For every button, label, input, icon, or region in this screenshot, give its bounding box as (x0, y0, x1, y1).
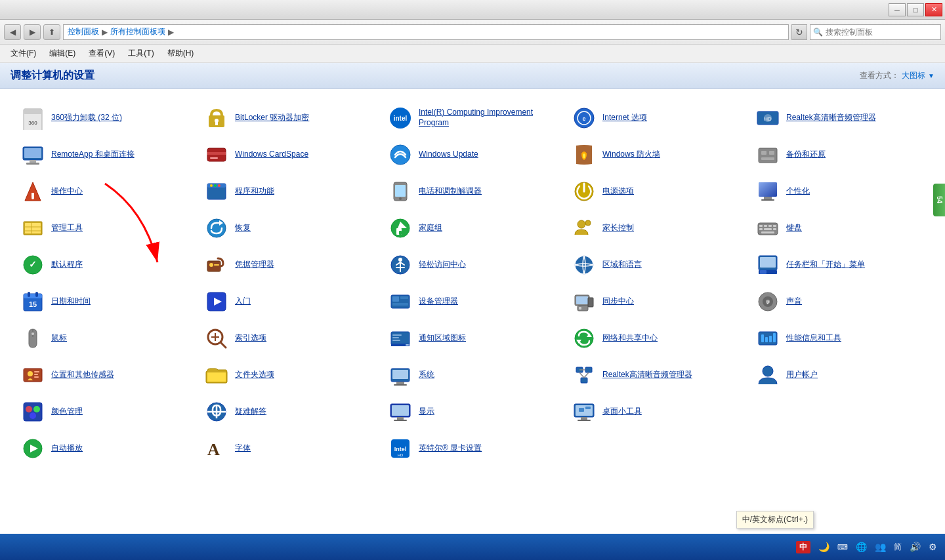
icon-360[interactable]: 360 360强力卸载 (32 位) (13, 100, 197, 136)
menu-tools[interactable]: 工具(T) (123, 46, 159, 61)
taskbar-network[interactable]: 🌐 (853, 540, 870, 553)
taskbar-volume[interactable]: 🔊 (907, 540, 923, 553)
icon-remoteapp[interactable]: RemoteApp 和桌面连接 (13, 136, 197, 173)
menu-help[interactable]: 帮助(H) (162, 46, 200, 61)
menu-file[interactable]: 文件(F) (5, 46, 41, 61)
svg-text:15: 15 (29, 300, 37, 308)
icon-default[interactable]: ✓ 默认程序 (13, 247, 197, 283)
icon-color-img (20, 399, 46, 425)
svg-point-54 (578, 220, 585, 228)
icon-devicemgr[interactable]: 设备管理器 (381, 283, 564, 320)
nav-bar: ◀ ▶ ⬆ 控制面板 ▶ 所有控制面板项 ▶ ↻ 🔍 (0, 20, 945, 45)
taskbar-moon[interactable]: 🌙 (816, 540, 832, 553)
icon-phone[interactable]: 电话和调制解调器 (381, 173, 564, 210)
icon-network[interactable]: Realtek高清晰音频管理器 (564, 357, 748, 393)
svg-rect-88 (400, 296, 408, 299)
icon-homegroup[interactable]: 家庭组 (381, 210, 564, 247)
icon-sync[interactable]: 网络和共享中心 (564, 320, 748, 357)
icon-parental-label: 家长控制 (602, 223, 634, 233)
forward-button[interactable]: ▶ (24, 24, 41, 40)
svg-rect-20 (210, 157, 218, 159)
icon-cardspace[interactable]: Windows CardSpace (197, 136, 381, 173)
icon-backup[interactable]: 备份和还原 (748, 136, 932, 173)
icon-font[interactable]: A 字体 (197, 430, 381, 467)
back-icon: ◀ (10, 28, 16, 37)
icon-user[interactable]: 用户帐户 (748, 357, 932, 393)
icon-parental[interactable]: 家长控制 (564, 210, 748, 247)
icon-desktop[interactable]: 桌面小工具 (564, 393, 748, 430)
icon-region[interactable]: 区域和语言 (564, 247, 748, 283)
icon-display2[interactable]: 显示 (381, 393, 564, 430)
maximize-button[interactable]: □ (907, 3, 924, 16)
icon-mouse[interactable]: 鼠标 (13, 320, 197, 357)
icon-user-label: 用户帐户 (786, 370, 818, 380)
icon-bitlocker[interactable]: BitLocker 驱动器加密 (197, 100, 381, 136)
svg-text:✓: ✓ (29, 259, 37, 270)
icon-devices[interactable]: 同步中心 (564, 283, 748, 320)
search-bar[interactable]: 🔍 (810, 24, 941, 40)
menu-view[interactable]: 查看(V) (83, 46, 120, 61)
taskbar: 中 🌙 ⌨ 🌐 👥 简 🔊 ⚙ (0, 534, 945, 560)
icon-keyboard[interactable]: 键盘 (748, 210, 932, 247)
svg-rect-15 (30, 160, 36, 163)
icon-firewall-img (571, 142, 597, 168)
icon-notify[interactable]: 通知区域图标 (381, 320, 564, 357)
icon-performance[interactable]: 性能信息和工具 (748, 320, 932, 357)
icon-troubleshoot[interactable]: 疑难解答 (197, 393, 381, 430)
menu-edit[interactable]: 编辑(E) (44, 46, 81, 61)
icon-personal[interactable]: 个性化 (748, 173, 932, 210)
icon-action[interactable]: 操作中心 (13, 173, 197, 210)
icon-color[interactable]: 颜色管理 (13, 393, 197, 430)
icon-troubleshoot-label: 疑难解答 (235, 407, 266, 417)
taskbar-simple[interactable]: 简 (891, 540, 904, 554)
svg-rect-26 (761, 157, 774, 160)
icon-power[interactable]: 电源选项 (564, 173, 748, 210)
view-selector: 查看方式： 大图标 ▼ (860, 70, 934, 81)
svg-rect-144 (397, 417, 404, 420)
taskbar-settings[interactable]: ⚙ (926, 540, 940, 553)
icon-internet[interactable]: e Internet 选项 (564, 100, 748, 136)
svg-rect-23 (759, 148, 777, 163)
view-dropdown-icon[interactable]: ▼ (928, 72, 934, 79)
icon-intel-label: Intel(R) Computing Improvement Program (419, 108, 558, 128)
up-button[interactable]: ⬆ (43, 24, 60, 40)
icon-indexing[interactable]: 索引选项 (197, 320, 381, 357)
icon-restore[interactable]: 恢复 (197, 210, 381, 247)
icon-firewall[interactable]: Windows 防火墙 (564, 136, 748, 173)
address-bar[interactable]: 控制面板 ▶ 所有控制面板项 ▶ (63, 24, 789, 40)
close-button[interactable]: ✕ (925, 3, 942, 16)
icon-intel[interactable]: intel Intel(R) Computing Improvement Pro… (381, 100, 564, 136)
icon-system-label: 系统 (419, 370, 434, 380)
svg-text:intel: intel (394, 115, 408, 122)
icon-realtek[interactable]: HD Realtek高清晰音频管理器 (748, 100, 932, 136)
icon-credential[interactable]: 凭据管理器 (197, 247, 381, 283)
icon-datetime[interactable]: 15 日期和时间 (13, 283, 197, 320)
icon-programs[interactable]: 程序和功能 (197, 173, 381, 210)
icon-getstarted[interactable]: 入门 (197, 283, 381, 320)
back-button[interactable]: ◀ (4, 24, 21, 40)
svg-point-135 (26, 406, 32, 412)
icon-system[interactable]: 系统 (381, 357, 564, 393)
icon-intel2[interactable]: Intel HD 英特尔® 显卡设置 (381, 430, 564, 467)
taskbar-ime-icon[interactable]: 中 (793, 540, 813, 555)
icon-location[interactable]: 位置和其他传感器 (13, 357, 197, 393)
icon-system-img (387, 362, 413, 388)
icon-folder[interactable]: 文件夹选项 (197, 357, 381, 393)
icon-manage[interactable]: 管理工具 (13, 210, 197, 247)
address-input[interactable] (177, 28, 784, 37)
icon-parental-img (571, 215, 597, 241)
svg-rect-16 (26, 163, 39, 165)
view-option[interactable]: 大图标 (902, 70, 925, 81)
icon-autoplay[interactable]: 自动播放 (13, 430, 197, 467)
refresh-button[interactable]: ↻ (791, 24, 807, 40)
search-input[interactable] (826, 28, 938, 37)
taskbar-pinyin[interactable]: ⌨ (835, 542, 850, 553)
minimize-button[interactable]: ─ (889, 3, 906, 16)
icon-accesscenter[interactable]: 轻松访问中心 (381, 247, 564, 283)
svg-point-55 (585, 220, 591, 226)
icon-taskbar2[interactable]: 任务栏和「开始」菜单 (748, 247, 932, 283)
settings-icon: ⚙ (929, 542, 937, 552)
taskbar-users[interactable]: 👥 (872, 540, 889, 553)
icon-winupdate[interactable]: Windows Update (381, 136, 564, 173)
icon-sound[interactable]: ♪ 声音 (748, 283, 932, 320)
